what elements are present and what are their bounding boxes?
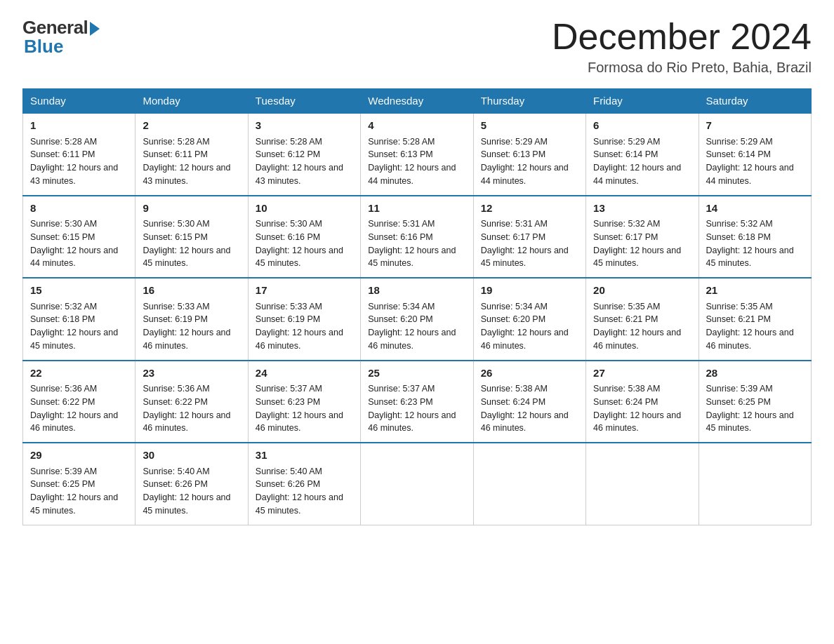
sunrise-label: Sunrise: 5:28 AM [30,137,97,147]
daylight-label: Daylight: 12 hours and 46 minutes. [256,410,343,434]
sunset-label: Sunset: 6:20 PM [481,314,545,324]
sunset-label: Sunset: 6:26 PM [256,479,320,489]
day-number: 7 [706,118,804,134]
sunrise-label: Sunrise: 5:34 AM [368,302,435,311]
calendar-cell [361,443,473,525]
day-number: 1 [30,118,128,134]
daylight-label: Daylight: 12 hours and 44 minutes. [593,163,681,186]
sunset-label: Sunset: 6:24 PM [481,397,545,407]
day-number: 21 [706,283,804,299]
daylight-label: Daylight: 12 hours and 43 minutes. [30,163,118,186]
sunset-label: Sunset: 6:18 PM [30,314,95,324]
sunrise-label: Sunrise: 5:31 AM [368,219,435,229]
day-number: 24 [256,365,353,382]
calendar-cell: 1Sunrise: 5:28 AMSunset: 6:11 PMDaylight… [23,113,135,196]
day-number: 11 [368,201,465,217]
sunset-label: Sunset: 6:16 PM [368,232,432,242]
calendar-cell: 11Sunrise: 5:31 AMSunset: 6:16 PMDayligh… [361,196,473,279]
day-number: 18 [368,283,465,299]
daylight-label: Daylight: 12 hours and 43 minutes. [143,163,230,186]
daylight-label: Daylight: 12 hours and 46 minutes. [593,410,681,434]
calendar-header-row: SundayMondayTuesdayWednesdayThursdayFrid… [23,89,812,114]
sunrise-label: Sunrise: 5:30 AM [256,219,322,229]
sunrise-label: Sunrise: 5:32 AM [706,219,773,229]
sunrise-label: Sunrise: 5:28 AM [368,137,435,147]
sunset-label: Sunset: 6:23 PM [256,397,320,407]
sunrise-label: Sunrise: 5:39 AM [30,467,97,476]
calendar-cell: 8Sunrise: 5:30 AMSunset: 6:15 PMDaylight… [23,196,135,279]
calendar-cell: 21Sunrise: 5:35 AMSunset: 6:21 PMDayligh… [699,278,811,361]
sunrise-label: Sunrise: 5:28 AM [256,137,322,147]
day-number: 22 [30,365,128,382]
calendar-cell: 27Sunrise: 5:38 AMSunset: 6:24 PMDayligh… [586,361,699,443]
logo-blue-text: Blue [24,36,63,58]
day-number: 31 [256,448,353,464]
day-number: 23 [143,365,240,382]
daylight-label: Daylight: 12 hours and 45 minutes. [481,246,569,269]
daylight-label: Daylight: 12 hours and 45 minutes. [706,246,794,269]
calendar-cell: 12Sunrise: 5:31 AMSunset: 6:17 PMDayligh… [473,196,585,279]
day-number: 8 [30,201,128,217]
calendar-cell: 29Sunrise: 5:39 AMSunset: 6:25 PMDayligh… [23,443,135,525]
calendar-week-row: 29Sunrise: 5:39 AMSunset: 6:25 PMDayligh… [23,443,812,525]
logo-arrow-icon [90,22,100,36]
sunrise-label: Sunrise: 5:32 AM [593,219,660,229]
calendar-cell: 10Sunrise: 5:30 AMSunset: 6:16 PMDayligh… [248,196,360,279]
day-number: 15 [30,283,128,299]
calendar-cell: 7Sunrise: 5:29 AMSunset: 6:14 PMDaylight… [699,113,811,196]
day-number: 2 [143,118,240,134]
calendar-cell: 26Sunrise: 5:38 AMSunset: 6:24 PMDayligh… [473,361,585,443]
sunrise-label: Sunrise: 5:28 AM [143,137,209,147]
sunrise-label: Sunrise: 5:33 AM [256,302,322,311]
sunrise-label: Sunrise: 5:29 AM [706,137,773,147]
sunset-label: Sunset: 6:26 PM [143,479,207,489]
calendar-cell: 4Sunrise: 5:28 AMSunset: 6:13 PMDaylight… [361,113,473,196]
day-number: 13 [593,201,691,217]
col-header-sunday: Sunday [23,89,135,114]
day-number: 16 [143,283,240,299]
day-number: 26 [481,365,578,382]
logo: General Blue [22,17,100,58]
calendar-cell [473,443,585,525]
calendar-cell: 28Sunrise: 5:39 AMSunset: 6:25 PMDayligh… [699,361,811,443]
calendar-cell: 18Sunrise: 5:34 AMSunset: 6:20 PMDayligh… [361,278,473,361]
location-label: Formosa do Rio Preto, Bahia, Brazil [552,60,812,76]
calendar-cell: 19Sunrise: 5:34 AMSunset: 6:20 PMDayligh… [473,278,585,361]
day-number: 6 [593,118,691,134]
calendar-week-row: 22Sunrise: 5:36 AMSunset: 6:22 PMDayligh… [23,361,812,443]
daylight-label: Daylight: 12 hours and 46 minutes. [256,328,343,351]
sunrise-label: Sunrise: 5:38 AM [481,384,548,394]
sunset-label: Sunset: 6:21 PM [593,314,658,324]
sunset-label: Sunset: 6:12 PM [256,149,320,159]
day-number: 10 [256,201,353,217]
calendar-cell: 5Sunrise: 5:29 AMSunset: 6:13 PMDaylight… [473,113,585,196]
daylight-label: Daylight: 12 hours and 45 minutes. [256,492,343,516]
daylight-label: Daylight: 12 hours and 43 minutes. [256,163,343,186]
day-number: 19 [481,283,578,299]
daylight-label: Daylight: 12 hours and 44 minutes. [30,246,118,269]
daylight-label: Daylight: 12 hours and 46 minutes. [481,328,569,351]
sunrise-label: Sunrise: 5:39 AM [706,384,773,394]
sunrise-label: Sunrise: 5:30 AM [30,219,97,229]
calendar-cell: 13Sunrise: 5:32 AMSunset: 6:17 PMDayligh… [586,196,699,279]
day-number: 3 [256,118,353,134]
daylight-label: Daylight: 12 hours and 44 minutes. [481,163,569,186]
daylight-label: Daylight: 12 hours and 45 minutes. [143,246,230,269]
calendar-week-row: 8Sunrise: 5:30 AMSunset: 6:15 PMDaylight… [23,196,812,279]
calendar-week-row: 1Sunrise: 5:28 AMSunset: 6:11 PMDaylight… [23,113,812,196]
daylight-label: Daylight: 12 hours and 45 minutes. [143,492,230,516]
daylight-label: Daylight: 12 hours and 44 minutes. [706,163,794,186]
day-number: 12 [481,201,578,217]
calendar-table: SundayMondayTuesdayWednesdayThursdayFrid… [22,88,812,525]
daylight-label: Daylight: 12 hours and 45 minutes. [30,328,118,351]
daylight-label: Daylight: 12 hours and 45 minutes. [593,246,681,269]
daylight-label: Daylight: 12 hours and 45 minutes. [30,492,118,516]
day-number: 17 [256,283,353,299]
day-number: 5 [481,118,578,134]
sunset-label: Sunset: 6:14 PM [593,149,658,159]
daylight-label: Daylight: 12 hours and 46 minutes. [706,328,794,351]
calendar-cell: 3Sunrise: 5:28 AMSunset: 6:12 PMDaylight… [248,113,360,196]
sunrise-label: Sunrise: 5:29 AM [593,137,660,147]
sunrise-label: Sunrise: 5:29 AM [481,137,548,147]
sunrise-label: Sunrise: 5:33 AM [143,302,209,311]
